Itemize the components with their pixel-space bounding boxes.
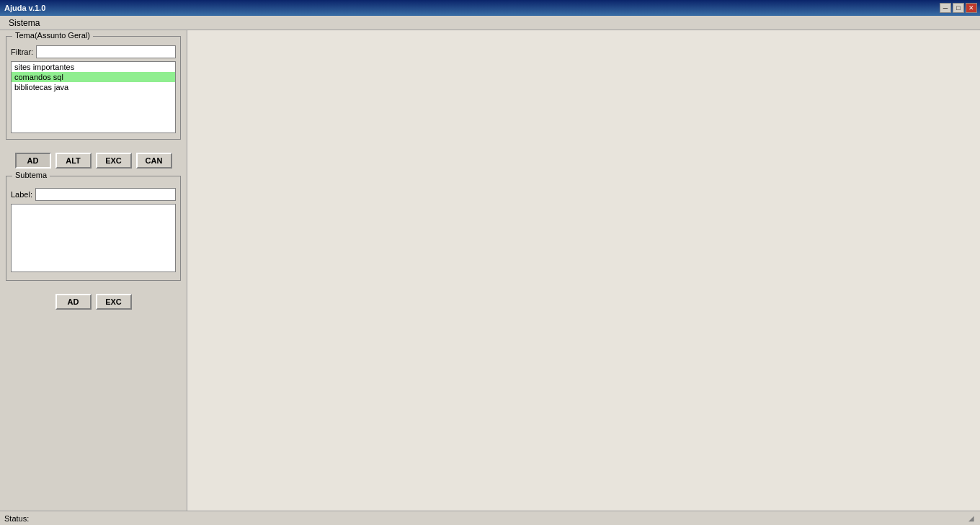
tema-ad-button[interactable]: AD	[15, 153, 51, 169]
filter-row: Filtrar:	[11, 45, 176, 58]
main-area: Tema(Assunto Geral) Filtrar: sites impor…	[0, 30, 980, 511]
tema-section: Tema(Assunto Geral) Filtrar: sites impor…	[6, 36, 181, 140]
subtema-buttons-row: AD EXC	[6, 294, 181, 310]
menu-bar: Sistema	[0, 16, 980, 30]
list-item[interactable]: sites importantes	[12, 62, 175, 72]
window-title: Ajuda v.1.0	[3, 4, 45, 12]
subtema-ad-button[interactable]: AD	[55, 294, 92, 310]
list-item[interactable]: comandos sql	[12, 72, 175, 82]
menu-sistema[interactable]: Sistema	[3, 17, 45, 30]
resize-grip: ◢	[967, 514, 976, 523]
window-controls: ─ □ ✕	[940, 3, 977, 13]
status-label: Status:	[4, 514, 29, 523]
right-panel	[187, 30, 980, 511]
subtema-label-text: Label:	[11, 190, 32, 199]
tema-alt-button[interactable]: ALT	[55, 153, 92, 169]
left-panel: Tema(Assunto Geral) Filtrar: sites impor…	[0, 30, 187, 511]
list-item[interactable]: bibliotecas java	[12, 82, 175, 92]
subtema-section: Subtema Label:	[6, 176, 181, 281]
subtema-label-input[interactable]	[35, 188, 176, 201]
subtema-textarea[interactable]	[11, 204, 176, 272]
tema-legend: Tema(Assunto Geral)	[12, 31, 93, 40]
tema-exc-button[interactable]: EXC	[96, 153, 132, 169]
minimize-button[interactable]: ─	[940, 3, 951, 13]
close-button[interactable]: ✕	[966, 3, 977, 13]
filter-input[interactable]	[36, 45, 176, 58]
maximize-button[interactable]: □	[953, 3, 964, 13]
title-bar: Ajuda v.1.0 ─ □ ✕	[0, 0, 980, 16]
tema-can-button[interactable]: CAN	[136, 153, 172, 169]
tema-buttons-row: AD ALT EXC CAN	[6, 153, 181, 169]
status-bar: Status: ◢	[0, 511, 980, 525]
subtema-exc-button[interactable]: EXC	[96, 294, 132, 310]
tema-listbox[interactable]: sites importantes comandos sql bibliotec…	[11, 61, 176, 133]
subtema-legend: Subtema	[12, 171, 50, 179]
subtema-label-row: Label:	[11, 188, 176, 201]
filter-label: Filtrar:	[11, 48, 33, 56]
